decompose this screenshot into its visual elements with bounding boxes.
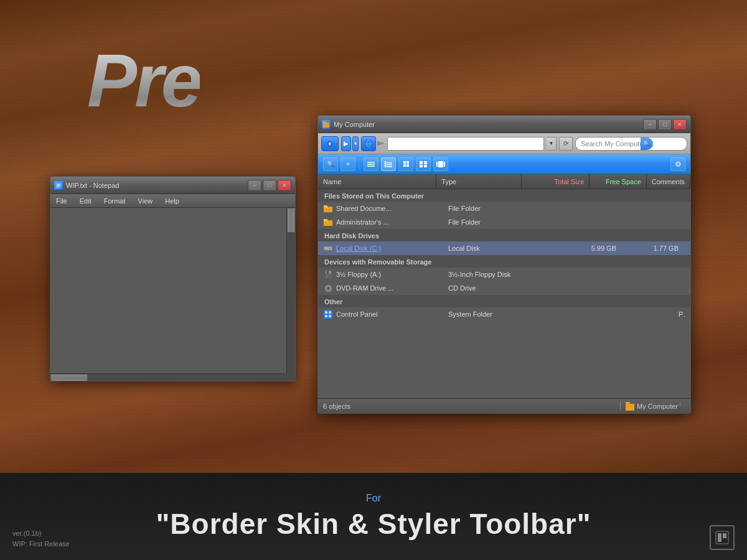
address-dropdown-btn[interactable]: ▼ bbox=[547, 137, 557, 151]
explorer-minimize-btn[interactable]: − bbox=[643, 119, 657, 130]
file-name-control-panel: Control Panel bbox=[336, 310, 448, 318]
address-bar[interactable] bbox=[387, 137, 544, 151]
svg-rect-15 bbox=[387, 162, 392, 164]
svg-rect-26 bbox=[324, 205, 327, 208]
view-add-btn[interactable]: + bbox=[341, 157, 355, 171]
file-type-local-disk: Local Disk bbox=[448, 245, 542, 252]
explorer-column-headers: Name Type Total Size Free Space Comments bbox=[318, 174, 690, 189]
nav-forward-btn[interactable]: ▶ bbox=[341, 136, 351, 151]
notepad-scrollbar-vertical[interactable] bbox=[286, 208, 295, 381]
svg-rect-16 bbox=[387, 164, 392, 166]
file-type-admin: File Folder bbox=[448, 218, 542, 226]
file-row-admin[interactable]: Administrator's ... File Folder bbox=[318, 215, 690, 229]
col-header-type[interactable]: Type bbox=[436, 174, 521, 189]
explorer-window: My Computer − □ ✕ ▶ ▼ ▼ ⟳ bbox=[317, 115, 691, 414]
view-largeicon-btn[interactable] bbox=[416, 157, 431, 171]
menu-view[interactable]: View bbox=[135, 196, 156, 206]
status-count: 6 objects bbox=[323, 403, 615, 410]
explorer-view-toolbar: 🔍 + ⚙ bbox=[318, 154, 690, 174]
svg-rect-44 bbox=[626, 402, 630, 404]
notepad-icon bbox=[54, 181, 63, 190]
file-name-floppy: 3½ Floppy (A:) bbox=[336, 271, 448, 278]
view-list-btn[interactable] bbox=[364, 157, 378, 171]
menu-format[interactable]: Format bbox=[101, 196, 129, 206]
file-type-dvd: CD Drive bbox=[448, 284, 542, 292]
svg-rect-14 bbox=[385, 161, 386, 167]
refresh-btn[interactable]: ⟳ bbox=[559, 137, 573, 151]
view-filmstrip-btn[interactable] bbox=[433, 157, 448, 171]
col-header-size[interactable]: Total Size bbox=[522, 174, 590, 189]
for-label: For bbox=[366, 493, 381, 504]
status-location: My Computer bbox=[626, 402, 678, 411]
nav-dropdown-btn[interactable]: ▼ bbox=[352, 136, 359, 151]
scrollbar-thumb-horizontal[interactable] bbox=[50, 374, 88, 381]
file-comments-control-panel: Provides options f... bbox=[679, 310, 685, 318]
svg-rect-4 bbox=[323, 123, 329, 128]
search-submit-btn[interactable]: 🔍 bbox=[641, 138, 653, 150]
section-other: Other bbox=[318, 295, 690, 307]
nav-back-btn[interactable] bbox=[321, 136, 339, 151]
notepad-window: WIP.txt - Notepad − □ ✕ File Edit Format… bbox=[50, 176, 296, 381]
col-header-free[interactable]: Free Space bbox=[590, 174, 647, 189]
file-type-control-panel: System Folder bbox=[448, 310, 542, 318]
resize-handle[interactable]: ⠿ bbox=[678, 403, 685, 410]
nav-globe-btn[interactable] bbox=[361, 136, 376, 151]
bottom-bar: For "Border Skin & Styler Toolbar" ver.(… bbox=[0, 473, 747, 560]
file-type-floppy: 3½-Inch Floppy Disk bbox=[448, 271, 542, 278]
notepad-content[interactable] bbox=[50, 208, 295, 381]
section-files-stored: Files Stored on This Computer bbox=[318, 189, 690, 202]
notepad-title-text: WIP.txt - Notepad bbox=[66, 182, 119, 189]
search-placeholder: Search My Computer bbox=[581, 140, 646, 147]
notepad-minimize-btn[interactable]: − bbox=[248, 180, 261, 191]
svg-rect-20 bbox=[420, 165, 423, 167]
notepad-menubar: File Edit Format View Help bbox=[50, 194, 295, 208]
notepad-close-btn[interactable]: ✕ bbox=[278, 180, 291, 191]
svg-rect-38 bbox=[324, 310, 332, 319]
svg-rect-34 bbox=[327, 271, 329, 274]
version-info: ver.(0.1b) WIP: First Release bbox=[12, 528, 70, 550]
explorer-maximize-btn[interactable]: □ bbox=[658, 119, 672, 130]
col-header-name[interactable]: Name bbox=[318, 174, 436, 189]
explorer-content[interactable]: Files Stored on This Computer Shared Doc… bbox=[318, 189, 690, 398]
file-row-local-disk[interactable]: Local Disk (C:) Local Disk 5.99 GB 1.77 … bbox=[318, 241, 690, 255]
notepad-maximize-btn[interactable]: □ bbox=[263, 180, 276, 191]
svg-rect-17 bbox=[387, 166, 392, 167]
small-icon-grid bbox=[403, 161, 409, 167]
folder-icon-shared bbox=[323, 203, 333, 213]
view-smallicon-btn[interactable] bbox=[398, 157, 413, 171]
menu-file[interactable]: File bbox=[53, 196, 70, 206]
svg-point-40 bbox=[329, 311, 331, 314]
pre-title: Pre bbox=[87, 37, 200, 123]
floppy-icon bbox=[323, 269, 333, 279]
svg-point-42 bbox=[329, 315, 331, 317]
view-search-btn[interactable]: 🔍 bbox=[323, 157, 338, 171]
section-removable: Devices with Removable Storage bbox=[318, 255, 690, 268]
col-header-comments[interactable]: Comments bbox=[647, 174, 690, 189]
svg-rect-28 bbox=[324, 219, 327, 222]
view-detail-btn[interactable] bbox=[381, 157, 396, 171]
explorer-titlebar: My Computer − □ ✕ bbox=[318, 116, 690, 133]
file-name-dvd: DVD-RAM Drive ... bbox=[336, 284, 448, 292]
control-panel-icon bbox=[323, 309, 333, 319]
settings-btn[interactable]: ⚙ bbox=[670, 157, 685, 171]
explorer-close-btn[interactable]: ✕ bbox=[673, 119, 687, 130]
scrollbar-thumb-vertical[interactable] bbox=[287, 208, 295, 233]
search-box[interactable]: Search My Computer 🔍 bbox=[575, 137, 687, 151]
nav-forward-group: ▶ ▼ bbox=[341, 136, 359, 151]
notepad-controls: − □ ✕ bbox=[248, 180, 291, 191]
file-row-shared-docs[interactable]: Shared Docume... File Folder bbox=[318, 202, 690, 215]
tagline: "Border Skin & Styler Toolbar" bbox=[156, 507, 591, 541]
notepad-scrollbar-horizontal[interactable] bbox=[50, 373, 286, 381]
svg-rect-18 bbox=[420, 161, 423, 164]
file-name-admin: Administrator's ... bbox=[336, 218, 448, 226]
notepad-title-left: WIP.txt - Notepad bbox=[54, 181, 119, 190]
svg-rect-30 bbox=[324, 247, 332, 250]
menu-edit[interactable]: Edit bbox=[77, 196, 95, 206]
explorer-title-text: My Computer bbox=[334, 121, 375, 128]
notepad-scrollbar-corner bbox=[286, 373, 295, 381]
svg-point-39 bbox=[325, 311, 327, 314]
file-row-control-panel[interactable]: Control Panel System Folder Provides opt… bbox=[318, 307, 690, 321]
file-row-dvd[interactable]: DVD-RAM Drive ... CD Drive bbox=[318, 281, 690, 295]
menu-help[interactable]: Help bbox=[162, 196, 182, 206]
file-row-floppy[interactable]: 3½ Floppy (A:) 3½-Inch Floppy Disk bbox=[318, 268, 690, 281]
